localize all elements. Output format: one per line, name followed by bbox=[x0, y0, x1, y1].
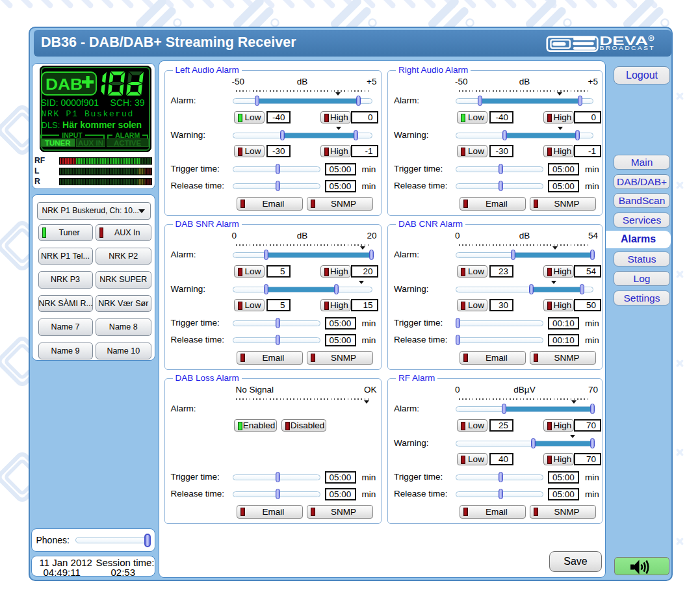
svg-text:R: R bbox=[650, 36, 653, 40]
svg-text:BROADCAST: BROADCAST bbox=[600, 45, 655, 51]
svg-text:DAB: DAB bbox=[45, 75, 83, 93]
